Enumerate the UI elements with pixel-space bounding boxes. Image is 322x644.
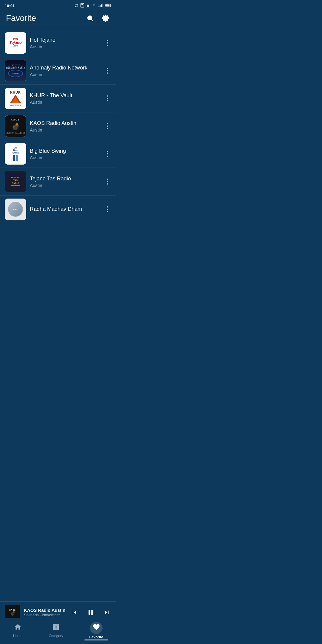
list-item[interactable]: tejanotasradio Tejano Tas Radio Austin [0,168,116,196]
svg-rect-4 [100,5,101,7]
station-thumbnail: tejanotasradio [5,171,26,192]
header-divider [0,28,116,28]
station-location: Austin [30,44,100,49]
list-item[interactable]: KHUR THE VAULT KHUR - The Vault Austin [0,85,116,112]
list-item[interactable]: BigBlueSwing Big Blue Swing Austin [0,140,116,168]
thumb-label: KHUR [10,91,21,94]
status-time: 10:01 [5,4,15,8]
svg-rect-9 [111,5,111,6]
more-icon [106,94,109,103]
page-header: Favorite [0,10,116,28]
station-info: Hot Tejano Austin [26,37,103,49]
svg-rect-5 [101,4,102,7]
thumb-label: RMD [13,208,18,211]
station-name: Tejano Tas Radio [30,175,100,182]
station-info: Big Blue Swing Austin [26,148,103,160]
station-info: Anomaly Radio Network Austin [26,64,103,77]
station-thumbnail: KAOS 💣 LOUDER THAN A BOMB [5,115,26,137]
station-thumbnail: KHUR THE VAULT [5,88,26,109]
shield-icon: 🛡 [75,4,78,8]
search-icon [86,15,94,22]
battery-icon [105,4,112,8]
more-icon [106,205,109,213]
station-name: Radha Madhav Dham [30,206,100,213]
page-title: Favorite [6,13,36,23]
station-name: Anomaly Radio Network [30,64,100,71]
svg-rect-1 [81,4,83,5]
station-info: Tejano Tas Radio Austin [26,175,103,188]
station-name: KAOS Radio Austin [30,120,100,127]
more-icon [106,150,109,158]
station-location: Austin [30,127,100,132]
list-item[interactable]: RMD Radha Madhav Dham [0,196,116,223]
thumb-label: Tejano [9,41,21,44]
svg-rect-8 [105,4,109,6]
station-menu-button[interactable] [103,92,112,105]
station-info: KAOS Radio Austin Austin [26,120,103,132]
sim-icon [80,3,85,9]
thumb-label: ANOMALY RADIO [6,67,25,69]
station-menu-button[interactable] [103,64,112,77]
svg-rect-3 [99,6,100,7]
station-menu-button[interactable] [103,147,112,160]
thumb-label: KAOS [11,118,20,121]
signal-icon [98,3,103,8]
svg-rect-6 [102,4,103,7]
wifi-icon [91,3,97,8]
more-icon [106,66,109,75]
station-location: Austin [30,183,100,188]
more-icon [106,122,109,130]
settings-button[interactable] [101,13,110,23]
thumb-label: THE VAULT [10,104,21,106]
thumb-label: tejanotasradio [11,176,20,184]
station-location: Austin [30,100,100,105]
station-name: Hot Tejano [30,37,100,44]
station-thumbnail: Hot Tejano .com [5,32,26,54]
station-info: KHUR - The Vault Austin [26,92,103,105]
thumb-label: LOUDER THAN A BOMB [6,132,25,134]
station-info: Radha Madhav Dham [26,206,103,213]
station-menu-button[interactable] [103,203,112,216]
station-list: Hot Tejano .com Hot Tejano Austin [0,29,116,223]
station-menu-button[interactable] [103,36,112,49]
station-menu-button[interactable] [103,120,112,133]
thumb-label: .com [13,44,18,47]
station-thumbnail: BigBlueSwing [5,143,26,165]
svg-point-2 [94,7,94,7]
search-button[interactable] [85,13,95,23]
station-thumbnail: RMD [5,199,26,220]
font-icon: A [86,4,89,8]
thumb-label: EARTH [13,72,18,75]
station-location: Austin [30,155,100,160]
header-actions [85,13,110,23]
more-icon [106,39,109,47]
station-menu-button[interactable] [103,175,112,188]
list-item[interactable]: Hot Tejano .com Hot Tejano Austin [0,29,116,57]
gear-icon [102,15,109,22]
list-item[interactable]: KAOS 💣 LOUDER THAN A BOMB KAOS Radio Aus… [0,112,116,140]
list-item[interactable]: ANOMALY RADIO EARTH Anomaly Radio Networ… [0,57,116,85]
station-location: Austin [30,72,100,77]
svg-line-11 [92,20,93,21]
thumb-label: BigBlueSwing [13,147,19,154]
more-icon [106,177,109,186]
status-bar: 10:01 🛡 A [0,0,116,10]
station-thumbnail: ANOMALY RADIO EARTH [5,60,26,81]
station-name: Big Blue Swing [30,148,100,154]
station-name: KHUR - The Vault [30,92,100,99]
